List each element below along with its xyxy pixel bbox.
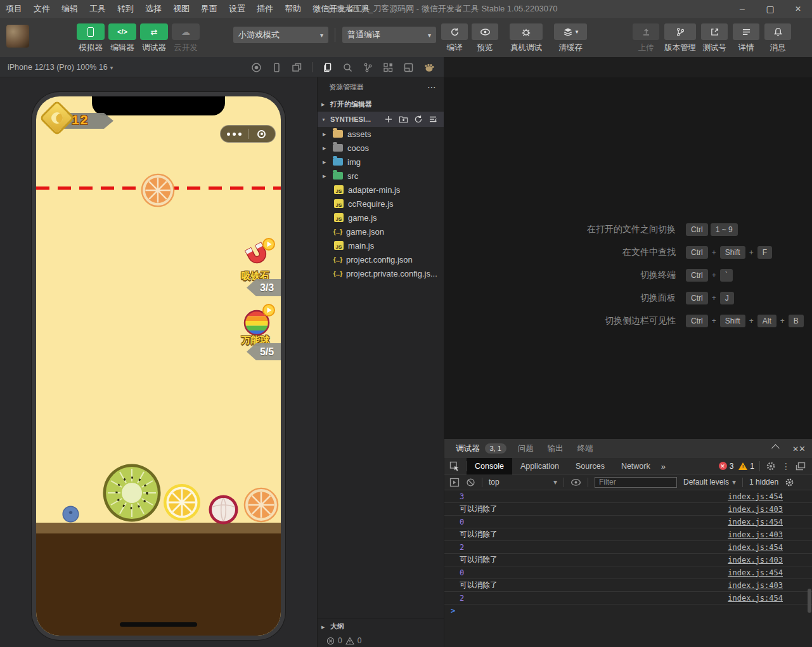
log-row[interactable]: 可以消除了 index.js:403 [444, 579, 812, 592]
compile-button[interactable]: 编译 [441, 23, 468, 53]
paw-icon[interactable] [423, 62, 435, 73]
menu-file[interactable]: 文件 [28, 0, 56, 18]
chevron-right-icon[interactable] [323, 131, 330, 137]
more-tabs-icon[interactable] [661, 461, 666, 472]
issue-counters[interactable]: ✕ 3 1 [719, 462, 759, 471]
simulator-mode-button[interactable]: 模拟器 [75, 23, 106, 53]
tab-problems[interactable]: 问题 [518, 443, 534, 454]
open-editors-section[interactable]: 打开的编辑器 [318, 96, 444, 112]
outline-section[interactable]: 大纲 [318, 618, 444, 634]
project-section[interactable]: SYNTHESI... [318, 112, 444, 127]
version-control-button[interactable]: 版本管理 [664, 23, 696, 53]
context-select[interactable]: top [489, 478, 557, 487]
scheme-icon[interactable] [363, 62, 373, 73]
scene-mode-select[interactable]: 小游戏模式 [233, 27, 328, 43]
tree-item-file[interactable]: JS main.js [318, 239, 444, 252]
console-prompt[interactable] [444, 605, 812, 617]
windows-icon[interactable] [292, 62, 302, 73]
editor-mode-button[interactable]: 编辑器 [106, 23, 138, 53]
refresh-icon[interactable] [414, 115, 423, 124]
kebab-menu-icon[interactable]: ⋮ [782, 461, 790, 471]
tree-item-folder[interactable]: img [318, 155, 444, 169]
tree-item-folder[interactable]: cocos [318, 141, 444, 155]
log-row[interactable]: 可以消除了 index.js:403 [444, 528, 812, 541]
log-row[interactable]: 2 index.js:454 [444, 592, 812, 605]
magnet-icon[interactable] [242, 237, 277, 271]
chevron-right-icon[interactable] [323, 173, 330, 179]
record-icon[interactable] [251, 62, 262, 73]
chevron-right-icon[interactable] [323, 159, 330, 165]
close-button[interactable] [784, 0, 812, 18]
maximize-button[interactable] [756, 0, 784, 18]
tree-item-file[interactable]: {..} project.config.json [318, 252, 444, 266]
source-link[interactable]: index.js:403 [728, 556, 783, 565]
gear-icon[interactable] [766, 461, 776, 471]
miniprogram-capsule[interactable] [220, 125, 276, 143]
collapse-all-icon[interactable] [429, 115, 437, 124]
problems-status[interactable]: 0 0 [318, 634, 444, 647]
source-link[interactable]: index.js:454 [728, 492, 783, 501]
tab-console[interactable]: Console [467, 458, 512, 474]
menu-plugins[interactable]: 插件 [251, 0, 279, 18]
menu-tools[interactable]: 工具 [84, 0, 112, 18]
tree-item-file[interactable]: JS game.js [318, 211, 444, 225]
menu-select[interactable]: 选择 [139, 0, 167, 18]
chevron-right-icon[interactable] [323, 145, 330, 151]
menu-settings[interactable]: 设置 [223, 0, 251, 18]
log-row[interactable]: 可以消除了 index.js:403 [444, 554, 812, 566]
tree-item-file[interactable]: {..} project.private.config.js... [318, 266, 444, 280]
menu-goto[interactable]: 转到 [112, 0, 139, 18]
tab-sources[interactable]: Sources [567, 458, 613, 474]
more-options-icon[interactable] [221, 133, 248, 136]
remote-debug-button[interactable]: 真机调试 [510, 23, 543, 53]
cloud-dev-button[interactable]: 云开发 [170, 23, 202, 53]
device-select[interactable]: iPhone 12/13 (Pro) 100% 16 [8, 63, 113, 72]
tab-application[interactable]: Application [512, 458, 567, 474]
messages-button[interactable]: 消息 [764, 23, 791, 53]
details-button[interactable]: 详情 [733, 23, 759, 53]
avatar[interactable] [6, 25, 29, 48]
source-link[interactable]: index.js:403 [728, 505, 783, 514]
dock-side-icon[interactable] [796, 462, 806, 471]
collapse-panel-icon[interactable] [771, 444, 780, 452]
menu-help[interactable]: 帮助 [279, 0, 307, 18]
log-row[interactable]: 3 index.js:454 [444, 490, 812, 503]
menu-interface[interactable]: 界面 [195, 0, 223, 18]
debugger-mode-button[interactable]: 调试器 [138, 23, 170, 53]
tab-terminal[interactable]: 终端 [577, 443, 593, 454]
clear-cache-button[interactable]: 清缓存 [554, 23, 587, 53]
new-file-icon[interactable] [384, 115, 393, 124]
close-panel-icon[interactable]: ✕ [792, 444, 806, 454]
chevron-down-icon[interactable] [321, 116, 330, 122]
log-levels-select[interactable]: Default levels [683, 478, 736, 487]
storage-icon[interactable] [403, 62, 414, 73]
exit-circle-icon[interactable] [248, 130, 276, 138]
log-row[interactable]: 0 index.js:454 [444, 516, 812, 528]
device-icon[interactable] [271, 62, 282, 73]
source-link[interactable]: index.js:403 [728, 581, 783, 590]
source-link[interactable]: index.js:454 [728, 568, 783, 577]
preview-button[interactable]: 预览 [472, 23, 498, 53]
filter-input[interactable] [595, 477, 677, 488]
menu-edit[interactable]: 编辑 [56, 0, 84, 18]
log-row[interactable]: 2 index.js:454 [444, 541, 812, 554]
clear-console-icon[interactable] [466, 478, 475, 487]
tab-output[interactable]: 输出 [548, 443, 564, 454]
compile-mode-select[interactable]: 普通编译 [342, 27, 436, 43]
tree-item-folder[interactable]: src [318, 169, 444, 183]
tab-network[interactable]: Network [613, 458, 659, 474]
console-scrollbar[interactable] [808, 589, 811, 613]
console-settings-gear-icon[interactable] [785, 478, 794, 487]
upload-button[interactable]: 上传 [633, 23, 659, 53]
menu-view[interactable]: 视图 [167, 0, 195, 18]
inspect-icon[interactable] [449, 461, 460, 471]
source-link[interactable]: index.js:454 [728, 594, 783, 603]
search-icon[interactable] [342, 62, 353, 73]
tree-item-file[interactable]: JS adapter-min.js [318, 183, 444, 197]
game-screen[interactable]: 12 [36, 96, 281, 636]
tab-debugger[interactable]: 调试器 [456, 443, 480, 454]
tree-item-file[interactable]: {..} game.json [318, 225, 444, 239]
menu-project[interactable]: 项目 [0, 0, 28, 18]
rainbow-ball-icon[interactable] [242, 303, 277, 337]
source-link[interactable]: index.js:454 [728, 543, 783, 552]
